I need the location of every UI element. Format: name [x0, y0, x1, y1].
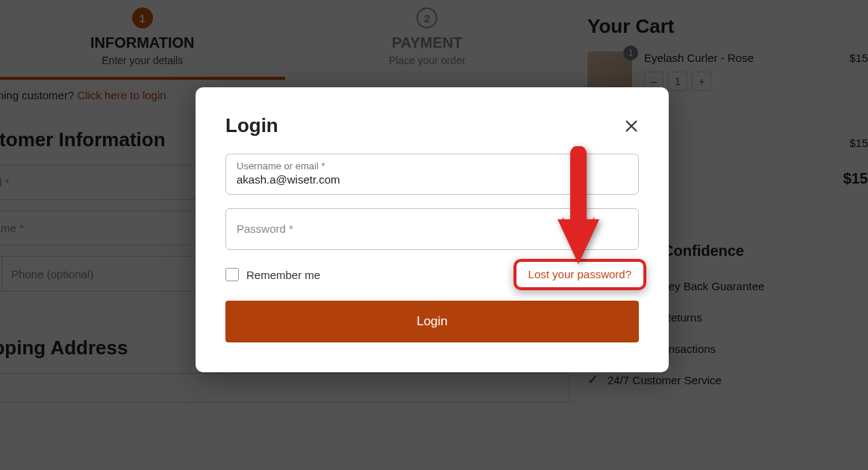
checkbox-icon[interactable]: [225, 268, 239, 281]
password-label: Password *: [237, 222, 293, 235]
login-button[interactable]: Login: [225, 301, 639, 342]
lost-password-link[interactable]: Lost your password?: [528, 268, 631, 281]
remember-me-label: Remember me: [246, 269, 320, 281]
username-input[interactable]: [237, 173, 628, 186]
remember-me[interactable]: Remember me: [225, 268, 320, 281]
modal-title: Login: [225, 114, 278, 137]
login-modal: Login Username or email * Password * Rem…: [196, 87, 669, 372]
username-field-wrapper[interactable]: Username or email *: [225, 154, 639, 195]
username-label: Username or email *: [237, 160, 628, 172]
lost-password-wrapper: Lost your password?: [521, 263, 639, 286]
close-icon[interactable]: [624, 119, 639, 134]
password-field-wrapper[interactable]: Password *: [225, 208, 639, 250]
